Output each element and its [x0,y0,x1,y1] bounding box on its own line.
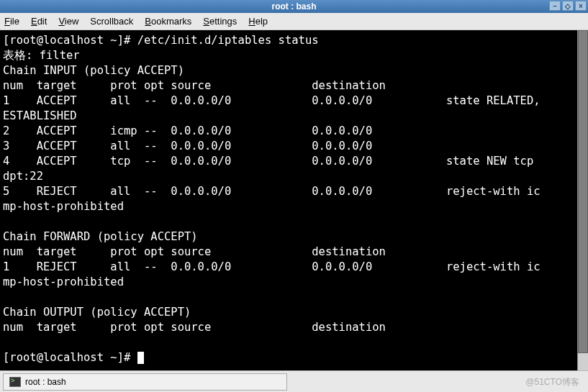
menubar: File Edit View Scrollback Bookmarks Sett… [0,13,588,30]
prompt-line: [root@localhost ~]# [3,351,137,364]
cursor [137,352,144,364]
terminal-output[interactable]: [root@localhost ~]# /etc/init.d/iptables… [0,30,577,370]
terminal-container: [root@localhost ~]# /etc/init.d/iptables… [0,30,588,370]
window-titlebar: root : bash – ◇ × [0,0,588,13]
watermark: @51CTO博客 [525,376,579,388]
scroll-thumb[interactable] [578,30,588,353]
scrollbar[interactable] [577,30,588,370]
menu-bookmarks[interactable]: Bookmarks [145,16,191,27]
window-title: root : bash [272,1,317,12]
taskbar-item-label: root : bash [25,377,66,387]
menu-view[interactable]: View [58,16,78,27]
close-button[interactable]: × [575,1,587,11]
menu-scrollback[interactable]: Scrollback [90,16,133,27]
taskbar: root : bash @51CTO博客 [0,370,588,392]
taskbar-item-terminal[interactable]: root : bash [3,373,287,391]
terminal-icon [9,377,21,387]
menu-help[interactable]: Help [248,16,268,27]
maximize-button[interactable]: ◇ [562,1,574,11]
menu-file[interactable]: File [4,16,19,27]
menu-edit[interactable]: Edit [31,16,47,27]
window-controls: – ◇ × [549,1,587,11]
minimize-button[interactable]: – [549,1,561,11]
menu-settings[interactable]: Settings [203,16,237,27]
